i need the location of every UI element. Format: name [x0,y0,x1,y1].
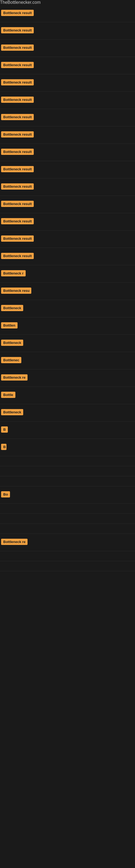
bottleneck-item: B [0,439,135,456]
bottleneck-item: Bottlen [0,317,135,335]
bottleneck-badge[interactable]: Bottle [1,392,15,398]
bottleneck-item: Bottleneck [0,300,135,317]
bottleneck-item: B [0,422,135,439]
bottleneck-badge[interactable]: Bottleneck result [1,114,34,120]
bottleneck-item: Bottleneck r [0,265,135,283]
bottleneck-badge[interactable]: Bottleneck [1,305,23,311]
bottleneck-badge[interactable]: Bottleneck result [1,236,34,242]
bottleneck-badge[interactable]: B [1,444,6,450]
bottleneck-item: Bottleneck resu [0,283,135,300]
bottleneck-item: Bottlenec [0,352,135,369]
bottleneck-item: Bottleneck [0,335,135,352]
bottleneck-badge[interactable]: Bo [1,491,10,497]
items-container: Bottleneck resultBottleneck resultBottle… [0,5,135,571]
bottleneck-badge[interactable]: Bottleneck result [1,97,34,103]
bottleneck-item: Bottleneck [0,404,135,422]
bottleneck-item: Bottleneck result [0,213,135,230]
bottleneck-badge[interactable]: Bottleneck result [1,27,34,33]
bottleneck-item: Bottleneck result [0,92,135,109]
bottleneck-item [0,551,135,561]
bottleneck-item: Bottleneck result [0,5,135,22]
bottleneck-item: Bottleneck result [0,126,135,144]
bottleneck-badge[interactable]: Bottleneck re [1,539,28,545]
bottleneck-item: Bottleneck result [0,248,135,265]
bottleneck-badge[interactable]: Bottleneck result [1,149,34,155]
bottleneck-item [0,476,135,486]
bottleneck-badge[interactable]: Bottleneck result [1,79,34,86]
site-title-bar: TheBottlenecker.com [0,0,135,5]
bottleneck-item: Bottleneck result [0,196,135,213]
bottleneck-badge[interactable]: Bottlenec [1,357,21,363]
bottleneck-item [0,466,135,476]
bottleneck-item: Bottleneck result [0,179,135,196]
bottleneck-badge[interactable]: B [1,426,8,433]
bottleneck-item: Bottleneck re [0,369,135,387]
bottleneck-item: Bottleneck result [0,22,135,40]
bottleneck-item: Bo [0,486,135,504]
bottleneck-item [0,456,135,466]
bottleneck-item: Bottleneck result [0,40,135,57]
bottleneck-badge[interactable]: Bottleneck result [1,166,34,172]
bottleneck-item [0,514,135,524]
bottleneck-item: Bottleneck result [0,144,135,161]
bottleneck-badge[interactable]: Bottleneck result [1,131,34,137]
bottleneck-item [0,561,135,571]
bottleneck-badge[interactable]: Bottleneck result [1,253,34,259]
bottleneck-item: Bottleneck result [0,57,135,74]
bottleneck-item: Bottleneck result [0,109,135,126]
bottleneck-item: Bottleneck result [0,230,135,248]
bottleneck-item [0,504,135,514]
bottleneck-badge[interactable]: Bottleneck result [1,62,34,68]
bottleneck-badge[interactable]: Bottlen [1,322,17,329]
bottleneck-badge[interactable]: Bottleneck [1,340,23,346]
bottleneck-item: Bottleneck result [0,161,135,179]
bottleneck-badge[interactable]: Bottleneck re [1,374,28,380]
bottleneck-item: Bottle [0,387,135,404]
bottleneck-badge[interactable]: Bottleneck result [1,201,34,207]
bottleneck-item: Bottleneck result [0,74,135,92]
bottleneck-badge[interactable]: Bottleneck result [1,183,34,190]
bottleneck-badge[interactable]: Bottleneck result [1,218,34,224]
bottleneck-item: Bottleneck re [0,534,135,551]
site-title: TheBottlenecker.com [0,0,41,7]
bottleneck-badge[interactable]: Bottleneck [1,409,23,415]
bottleneck-badge[interactable]: Bottleneck r [1,270,26,276]
bottleneck-badge[interactable]: Bottleneck result [1,44,34,51]
bottleneck-badge[interactable]: Bottleneck result [1,10,34,16]
bottleneck-item [0,524,135,534]
bottleneck-badge[interactable]: Bottleneck resu [1,287,31,294]
